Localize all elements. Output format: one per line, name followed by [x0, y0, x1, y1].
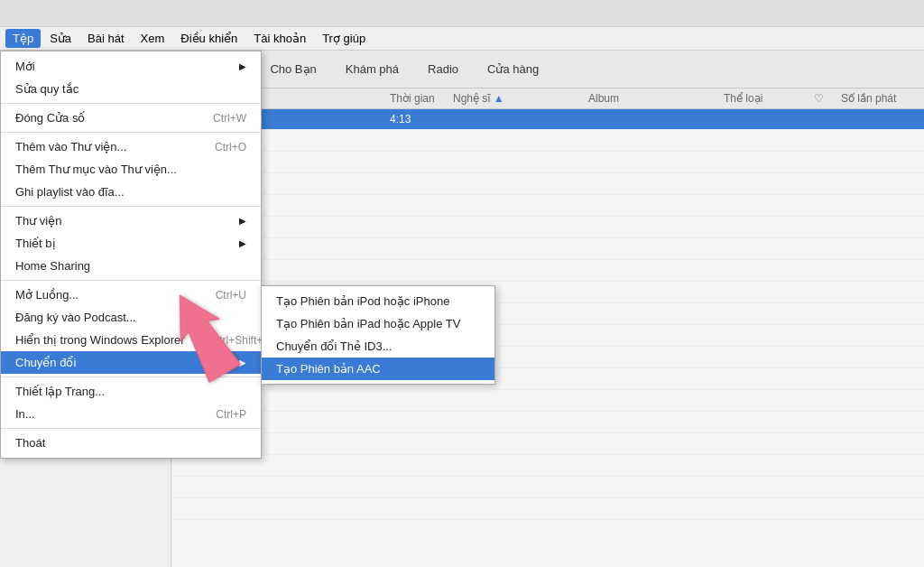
divider — [1, 132, 261, 133]
tab-kham-pha[interactable]: Khám phá — [333, 58, 411, 80]
tab-radio[interactable]: Radio — [415, 58, 471, 80]
table-row — [171, 412, 924, 433]
menu-sua[interactable]: Sửa — [42, 29, 79, 48]
divider — [1, 428, 261, 429]
menu-item-thiet-lap-trang[interactable]: Thiết lập Trang... — [1, 380, 261, 403]
menu-item-home-sharing[interactable]: Home Sharing — [1, 255, 261, 277]
arrow-icon: ▶ — [239, 238, 246, 248]
col-header-heart: ♡ — [814, 92, 841, 105]
col-header-plays[interactable]: Số lần phát — [841, 92, 913, 105]
table-row — [171, 498, 924, 520]
menu-item-ghi-playlist[interactable]: Ghi playlist vào đĩa... — [1, 181, 261, 203]
table-row — [171, 173, 924, 195]
menu-baihat[interactable]: Bài hát — [80, 29, 131, 48]
menu-taikhoan[interactable]: Tài khoản — [246, 29, 313, 48]
arrow-icon: ▶ — [239, 61, 246, 71]
divider — [1, 206, 261, 207]
table-row — [171, 477, 924, 498]
menu-item-dang-ky-podcast[interactable]: Đăng ký vào Podcast... — [1, 306, 261, 329]
arrow-icon: ▶ — [239, 216, 246, 226]
submenu-item-the-id3[interactable]: Chuyển đổi Thẻ ID3... — [262, 335, 494, 358]
menu-item-moi[interactable]: Mới ▶ — [1, 55, 261, 78]
menu-item-dong-cua-so[interactable]: Đóng Cửa số Ctrl+W — [1, 107, 261, 129]
menu-item-sua-quy-tac[interactable]: Sửa quy tắc — [1, 78, 261, 100]
menu-item-chuyen-doi[interactable]: Chuyển đổi ▶ — [1, 351, 261, 374]
table-row — [171, 433, 924, 455]
menu-xem[interactable]: Xem — [134, 29, 172, 48]
table-row[interactable]: 1 ay ••• 4:13 — [171, 109, 924, 130]
submenu-item-ipad-appletv[interactable]: Tạo Phiên bản iPad hoặc Apple TV — [262, 312, 494, 335]
table-row — [171, 152, 924, 173]
table-row — [171, 130, 924, 152]
table-row — [171, 390, 924, 412]
menu-item-mo-luong[interactable]: Mở Luồng... Ctrl+U — [1, 284, 261, 306]
menu-item-thoat[interactable]: Thoát — [1, 432, 261, 454]
main-dropdown-menu: Mới ▶ Sửa quy tắc Đóng Cửa số Ctrl+W Thê… — [0, 51, 262, 459]
table-row — [171, 217, 924, 238]
menu-item-thiet-bi[interactable]: Thiết bị ▶ — [1, 232, 261, 255]
menu-bar: Tệp Sửa Bài hát Xem Điều khiển Tài khoản… — [0, 27, 924, 51]
table-row — [171, 260, 924, 282]
tab-cho-ban[interactable]: Cho Bạn — [257, 58, 328, 80]
nav-tabs: Thư viện Cho Bạn Khám phá Radio Cửa hàng — [171, 51, 924, 88]
row-time: 4:13 — [390, 113, 453, 125]
tab-cua-hang[interactable]: Cửa hàng — [475, 58, 551, 80]
table-header: # Thời gian Nghệ sĩ ▲ Album Thể loại ♡ S… — [171, 88, 924, 109]
divider — [1, 280, 261, 281]
menu-diekhien[interactable]: Điều khiển — [173, 29, 245, 48]
arrow-icon: ▶ — [239, 358, 246, 367]
table-row — [171, 455, 924, 477]
menu-tep[interactable]: Tệp — [5, 29, 41, 48]
submenu-item-ipod-iphone[interactable]: Tạo Phiên bản iPod hoặc iPhone — [262, 290, 494, 312]
menu-item-them-thu-muc[interactable]: Thêm Thư mục vào Thư viện... — [1, 158, 261, 181]
col-header-genre[interactable]: Thể loại — [724, 92, 814, 105]
divider — [1, 376, 261, 377]
submenu-item-aac[interactable]: Tạo Phiên bản AAC — [262, 358, 494, 380]
col-header-album[interactable]: Album — [588, 92, 724, 105]
col-header-time[interactable]: Thời gian — [390, 92, 453, 105]
menu-item-in[interactable]: In... Ctrl+P — [1, 403, 261, 425]
menu-trogiup[interactable]: Trợ giúp — [315, 29, 373, 48]
menu-item-them-vao-thu-vien[interactable]: Thêm vào Thư viện... Ctrl+O — [1, 135, 261, 158]
title-bar — [0, 0, 924, 27]
menu-item-hien-thi-windows-explorer[interactable]: Hiển thị trong Windows Explorer Ctrl+Shi… — [1, 329, 261, 351]
sub-dropdown-menu: Tạo Phiên bản iPod hoặc iPhone Tạo Phiên… — [261, 285, 495, 385]
table-row — [171, 238, 924, 260]
divider — [1, 103, 261, 104]
menu-item-thu-vien[interactable]: Thư viện ▶ — [1, 209, 261, 232]
table-row — [171, 195, 924, 217]
col-header-artist[interactable]: Nghệ sĩ ▲ — [453, 92, 588, 105]
